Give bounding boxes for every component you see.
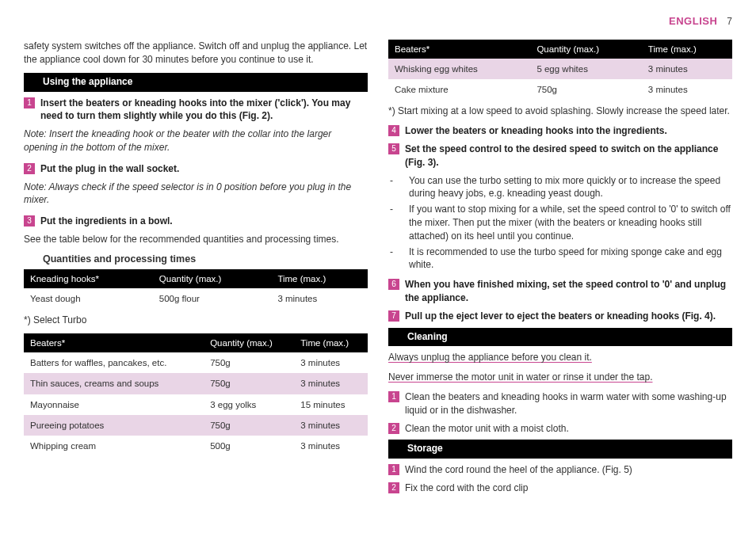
intro-text: safety system switches off the appliance… (24, 40, 368, 67)
step-6: 6 When you have finished mixing, set the… (388, 278, 732, 305)
step-7-text: Pull up the eject lever to eject the bea… (405, 310, 732, 323)
step-badge-1: 1 (24, 97, 35, 109)
right-column: Beaters* Quantity (max.) Time (max.) Whi… (388, 40, 732, 500)
step-badge-c2: 2 (388, 423, 399, 434)
list-item: It is recommended to use the turbo speed… (399, 246, 732, 272)
step-7: 7 Pull up the eject lever to eject the b… (388, 310, 732, 323)
table-row: Mayonnaise 3 egg yolks 15 minutes (24, 394, 368, 415)
t3-h1: Beaters* (388, 40, 530, 59)
table-row: Whisking egg whites 5 egg whites 3 minut… (388, 59, 732, 79)
footnote-turbo: *) Select Turbo (24, 314, 368, 327)
section-cleaning: Cleaning (388, 328, 732, 347)
list-item: You can use the turbo setting to mix mor… (399, 174, 732, 201)
step-badge-s2: 2 (388, 482, 399, 493)
clean-step-1: 1 Clean the beaters and kneading hooks i… (388, 390, 732, 417)
storage-step-1: 1 Wind the cord round the heel of the ap… (388, 463, 732, 477)
storage-2-text: Fix the cord with the cord clip (405, 482, 732, 495)
storage-step-2: 2 Fix the cord with the cord clip (388, 482, 732, 495)
table-row: Cake mixture 750g 3 minutes (388, 79, 732, 100)
step-4-text: Lower the beaters or kneading hooks into… (405, 124, 732, 138)
cleaning-warning-2: Never immerse the motor unit in water or… (388, 371, 732, 384)
content-columns: safety system switches off the appliance… (24, 40, 732, 500)
t2-h1: Beaters* (24, 333, 204, 352)
step-3: 3 Put the ingredients in a bowl. (24, 215, 368, 228)
table-row: Yeast dough 500g flour 3 minutes (24, 288, 368, 309)
page-number: 7 (727, 15, 732, 29)
step-badge-2: 2 (24, 163, 35, 174)
footnote-speed: *) Start mixing at a low speed to avoid … (388, 105, 732, 118)
t3-h2: Quantity (max.) (530, 40, 641, 59)
step-badge-7: 7 (388, 310, 399, 322)
table-kneading-hooks: Kneading hooks* Quantity (max.) Time (ma… (24, 269, 368, 309)
quantities-heading: Quantities and processing times (43, 253, 368, 267)
table-beaters-2: Beaters* Quantity (max.) Time (max.) Whi… (388, 40, 732, 100)
step-2-text: Put the plug in the wall socket. (40, 162, 368, 176)
t3-h3: Time (max.) (642, 40, 732, 59)
table-beaters-1: Beaters* Quantity (max.) Time (max.) Bat… (24, 333, 368, 456)
step-1: 1 Insert the beaters or kneading hooks i… (24, 97, 368, 124)
note-2: Note: Always check if the speed selector… (24, 181, 368, 207)
step-badge-c1: 1 (388, 391, 399, 402)
t1-h1: Kneading hooks* (24, 269, 153, 288)
clean-step-2: 2 Clean the motor unit with a moist clot… (388, 422, 732, 436)
page-header: ENGLISH 7 (24, 14, 732, 29)
step-2: 2 Put the plug in the wall socket. (24, 162, 368, 176)
section-using-appliance: Using the appliance (24, 73, 368, 92)
step-badge-5: 5 (388, 143, 399, 154)
storage-1-text: Wind the cord round the heel of the appl… (405, 463, 732, 477)
note-1: Note: Insert the kneading hook or the be… (24, 128, 368, 154)
step-5-notes: You can use the turbo setting to mix mor… (399, 174, 732, 272)
language-label: ENGLISH (669, 14, 717, 29)
t1-h3: Time (max.) (271, 269, 368, 288)
step-badge-6: 6 (388, 279, 399, 290)
left-column: safety system switches off the appliance… (24, 40, 368, 500)
step-6-text: When you have finished mixing, set the s… (405, 278, 732, 305)
step-3-followup: See the table below for the recommended … (24, 233, 368, 246)
table-row: Thin sauces, creams and soups 750g 3 min… (24, 373, 368, 394)
table-row: Batters for waffles, pancakes, etc. 750g… (24, 352, 368, 373)
step-badge-4: 4 (388, 125, 399, 136)
step-5: 5 Set the speed control to the desired s… (388, 143, 732, 169)
table-row: Pureeing potatoes 750g 3 minutes (24, 415, 368, 436)
step-5-text: Set the speed control to the desired spe… (405, 143, 732, 169)
step-1-text: Insert the beaters or kneading hooks int… (40, 97, 368, 124)
table-row: Whipping cream 500g 3 minutes (24, 436, 368, 456)
t1-h2: Quantity (max.) (153, 269, 272, 288)
cleaning-warning-1: Always unplug the appliance before you c… (388, 351, 732, 364)
section-storage: Storage (388, 440, 732, 459)
t2-h2: Quantity (max.) (204, 333, 294, 352)
clean-2-text: Clean the motor unit with a moist cloth. (405, 422, 732, 436)
step-badge-3: 3 (24, 215, 35, 227)
step-4: 4 Lower the beaters or kneading hooks in… (388, 124, 732, 138)
clean-1-text: Clean the beaters and kneading hooks in … (405, 390, 732, 417)
list-item: If you want to stop mixing for a while, … (399, 203, 732, 242)
t2-h3: Time (max.) (294, 333, 368, 352)
step-badge-s1: 1 (388, 464, 399, 475)
step-3-text: Put the ingredients in a bowl. (40, 215, 368, 228)
